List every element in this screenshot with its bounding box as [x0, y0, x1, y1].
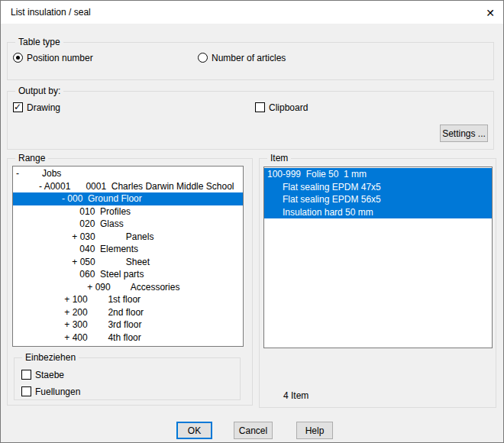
tree-row[interactable]: + 300 3rd floor — [13, 319, 243, 331]
einbeziehen-group-label: Einbeziehen — [22, 352, 79, 363]
checkbox-icon — [255, 102, 265, 112]
checkbox-icon — [21, 370, 31, 380]
radio-number-of-articles[interactable]: Number of articles — [198, 52, 286, 63]
fuellungen-checkbox[interactable]: Fuellungen — [21, 386, 80, 397]
tree-row[interactable]: + 200 2nd floor — [13, 306, 243, 319]
item-group-label: Item — [267, 153, 291, 163]
item-list-row[interactable]: Flat sealing EPDM 47x5 — [264, 181, 492, 194]
range-tree[interactable]: - Jobs - A0001 0001 Charles Darwin Middl… — [12, 166, 244, 347]
tree-row[interactable]: + 100 1st floor — [13, 293, 243, 306]
tree-row[interactable]: + 050 Sheet — [13, 256, 243, 269]
radio-icon — [13, 53, 23, 63]
item-count-label: 4 Item — [283, 390, 309, 401]
close-button[interactable]: ✕ — [483, 5, 498, 21]
close-icon: ✕ — [486, 7, 495, 19]
item-list[interactable]: 100-999 Folie 50 1 mm Flat sealing EPDM … — [263, 167, 493, 348]
list-insulation-seal-dialog: List insulation / seal ✕ Table type Posi… — [0, 0, 504, 443]
item-list-row[interactable]: 100-999 Folie 50 1 mm — [264, 168, 492, 181]
radio-icon — [198, 53, 208, 63]
titlebar: List insulation / seal ✕ — [1, 1, 503, 24]
clipboard-checkbox-label: Clipboard — [269, 102, 308, 113]
tree-row[interactable]: - 000 Ground Floor — [13, 192, 243, 205]
fuellungen-checkbox-label: Fuellungen — [35, 386, 80, 397]
output-by-group-label: Output by: — [15, 86, 63, 96]
tree-row[interactable]: - A0001 0001 Charles Darwin Middle Schoo… — [13, 180, 243, 193]
item-list-row[interactable]: Flat sealing EPDM 56x5 — [264, 193, 492, 206]
tree-row[interactable]: 010 Profiles — [13, 205, 243, 218]
drawing-checkbox-label: Drawing — [27, 102, 60, 113]
radio-position-number-label: Position number — [27, 53, 93, 63]
tree-row[interactable]: 060 Steel parts — [13, 268, 243, 281]
table-type-group-label: Table type — [15, 37, 63, 47]
range-group-label: Range — [15, 153, 48, 163]
settings-button[interactable]: Settings ... — [440, 124, 488, 142]
checkbox-icon — [21, 386, 31, 396]
checkbox-icon — [13, 102, 23, 112]
item-list-row[interactable]: Insulation hard 50 mm — [264, 206, 492, 219]
output-by-group: Output by: — [7, 91, 494, 150]
tree-row[interactable]: + 400 4th floor — [13, 331, 243, 344]
help-button[interactable]: Help — [296, 422, 333, 439]
tree-row[interactable]: - Jobs — [13, 167, 243, 180]
cancel-button[interactable]: Cancel — [234, 422, 273, 439]
tree-row[interactable]: 040 Elements — [13, 243, 243, 256]
tree-row[interactable]: + 090 Accessories — [13, 281, 243, 294]
radio-position-number[interactable]: Position number — [13, 52, 93, 63]
clipboard-checkbox[interactable]: Clipboard — [255, 102, 308, 113]
ok-button[interactable]: OK — [176, 422, 212, 439]
tree-row[interactable]: 020 Glass — [13, 218, 243, 231]
tree-row[interactable]: + 030 Panels — [13, 231, 243, 244]
window-title: List insulation / seal — [11, 7, 91, 18]
drawing-checkbox[interactable]: Drawing — [13, 102, 60, 113]
radio-number-of-articles-label: Number of articles — [212, 53, 286, 63]
staebe-checkbox-label: Staebe — [35, 370, 64, 380]
staebe-checkbox[interactable]: Staebe — [21, 369, 64, 380]
